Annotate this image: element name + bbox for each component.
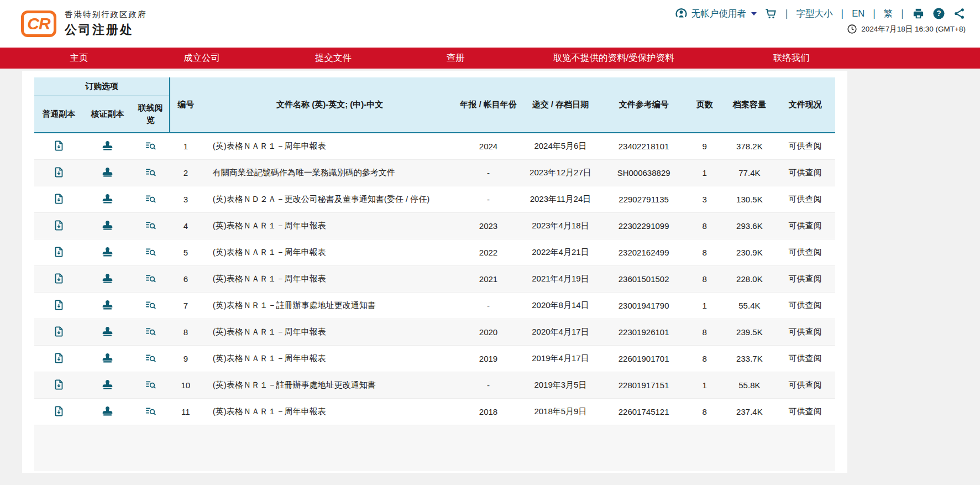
cell-no: 10 (170, 372, 202, 398)
stamp-icon (102, 246, 113, 258)
cell-year: 2019 (458, 345, 518, 372)
lang-en-label: EN (852, 8, 864, 19)
online-view-button[interactable] (143, 218, 159, 232)
download-document-icon (53, 326, 65, 337)
cell-year: - (458, 186, 518, 212)
nav-item-search[interactable]: 查册 (447, 52, 465, 64)
table-row: 3 (英)表格ＮＤ２Ａ－更改公司秘書及董事通知書(委任 / 停任) - 2023… (34, 186, 835, 212)
certified-copy-button[interactable] (99, 192, 116, 206)
certified-copy-button[interactable] (99, 378, 116, 392)
ordinary-copy-button[interactable] (51, 404, 67, 418)
nav-item-protected-info[interactable]: 取览不提供的资料/受保护资料 (553, 52, 674, 64)
user-icon (675, 7, 688, 20)
certified-copy-button[interactable] (99, 218, 116, 232)
online-view-button[interactable] (143, 245, 159, 259)
cell-year: - (458, 159, 518, 186)
online-view-button[interactable] (143, 192, 159, 206)
cell-status: 可供查阅 (775, 398, 835, 425)
cell-status: 可供查阅 (775, 345, 835, 372)
stamp-icon (102, 166, 113, 178)
user-menu[interactable]: 无帐户使用者 (675, 7, 757, 20)
cell-document-name: (英)表格ＮＲ１－註冊辦事處地址更改通知書 (202, 372, 458, 398)
cell-date: 2023年12月27日 (519, 159, 602, 186)
table-row: 1 (英)表格ＮＡＲ１－周年申報表 2024 2024年5月6日 2340221… (34, 133, 835, 159)
ordinary-copy-button[interactable] (51, 351, 67, 365)
cell-reference: 22902791135 (602, 186, 685, 212)
online-view-button[interactable] (143, 165, 159, 179)
cart-button[interactable] (764, 7, 777, 20)
nav-item-incorporation[interactable]: 成立公司 (184, 52, 220, 64)
stamp-icon (102, 299, 113, 311)
cell-pages: 8 (685, 319, 724, 345)
certified-copy-button[interactable] (99, 165, 116, 179)
cell-date: 2019年4月17日 (519, 345, 602, 372)
lang-traditional-label: 繁 (884, 8, 893, 20)
online-view-button[interactable] (143, 272, 159, 285)
cell-year: - (458, 292, 518, 319)
online-view-button[interactable] (143, 351, 159, 365)
site-logo[interactable]: CR 香港特别行政区政府 公司注册处 (21, 9, 147, 38)
nav-item-home[interactable]: 主页 (70, 52, 88, 64)
ordinary-copy-button[interactable] (51, 139, 67, 153)
cell-size: 237.4K (724, 398, 775, 425)
ordinary-copy-button[interactable] (51, 378, 67, 392)
cell-document-name: (英)表格ＮＡＲ１－周年申報表 (202, 345, 458, 372)
cell-document-name: (英)表格ＮＡＲ１－周年申報表 (202, 133, 458, 159)
government-line: 香港特别行政区政府 (65, 9, 147, 20)
online-view-button[interactable] (143, 298, 159, 312)
col-ref: 文件参考编号 (602, 77, 685, 133)
cell-date: 2022年4月21日 (519, 239, 602, 265)
list-search-icon (145, 193, 156, 205)
ordinary-copy-button[interactable] (51, 245, 67, 259)
certified-copy-button[interactable] (99, 404, 116, 418)
cell-date: 2023年11月24日 (519, 186, 602, 212)
cell-document-name: (英)表格ＮＤ２Ａ－更改公司秘書及董事通知書(委任 / 停任) (202, 186, 458, 212)
cell-date: 2024年5月6日 (519, 133, 602, 159)
help-button[interactable]: ? (932, 7, 945, 20)
table-row: 4 (英)表格ＮＡＲ１－周年申報表 2023 2023年4月18日 223022… (34, 212, 835, 239)
certified-copy-button[interactable] (99, 298, 116, 312)
online-view-button[interactable] (143, 378, 159, 392)
online-view-button[interactable] (143, 325, 159, 338)
share-button[interactable] (953, 7, 966, 20)
download-document-icon (53, 405, 65, 417)
cell-no: 7 (170, 292, 202, 319)
list-search-icon (145, 299, 156, 311)
ordinary-copy-button[interactable] (51, 165, 67, 179)
table-row: 9 (英)表格ＮＡＲ１－周年申報表 2019 2019年4月17日 226019… (34, 345, 835, 372)
ordinary-copy-button[interactable] (51, 325, 67, 338)
order-options-header: 订购选项 (34, 77, 170, 96)
cell-status: 可供查阅 (775, 133, 835, 159)
certified-copy-button[interactable] (99, 325, 116, 338)
list-search-icon (145, 405, 156, 417)
print-button[interactable] (912, 7, 925, 20)
table-row: 6 (英)表格ＮＡＲ１－周年申報表 2021 2021年4月19日 236015… (34, 265, 835, 292)
list-search-icon (145, 379, 156, 390)
online-view-button[interactable] (143, 404, 159, 418)
list-search-icon (145, 273, 156, 284)
cell-size: 233.7K (724, 345, 775, 372)
ordinary-copy-button[interactable] (51, 192, 67, 206)
nav-item-filing[interactable]: 提交文件 (315, 52, 352, 64)
col-ordinary-copy: 普通副本 (34, 96, 83, 133)
certified-copy-button[interactable] (99, 245, 116, 259)
font-size-button[interactable]: 字型大小 (796, 8, 833, 20)
list-search-icon (145, 246, 156, 258)
certified-copy-button[interactable] (99, 351, 116, 365)
cell-year: 2024 (458, 133, 518, 159)
online-view-button[interactable] (143, 139, 159, 153)
download-document-icon (53, 140, 65, 152)
cell-size: 55.8K (724, 372, 775, 398)
ordinary-copy-button[interactable] (51, 218, 67, 232)
ordinary-copy-button[interactable] (51, 272, 67, 285)
lang-traditional-button[interactable]: 繁 (884, 8, 893, 20)
nav-item-contact[interactable]: 联络我们 (773, 52, 810, 64)
stamp-icon (102, 273, 113, 284)
ordinary-copy-button[interactable] (51, 298, 67, 312)
certified-copy-button[interactable] (99, 139, 116, 153)
certified-copy-button[interactable] (99, 272, 116, 285)
lang-en-button[interactable]: EN (852, 8, 864, 19)
download-document-icon (53, 166, 65, 178)
svg-text:?: ? (936, 9, 941, 18)
document-table: 订购选项 编号 文件名称 (英)-英文; (中)-中文 年报 / 帐目年份 递交… (34, 77, 835, 471)
